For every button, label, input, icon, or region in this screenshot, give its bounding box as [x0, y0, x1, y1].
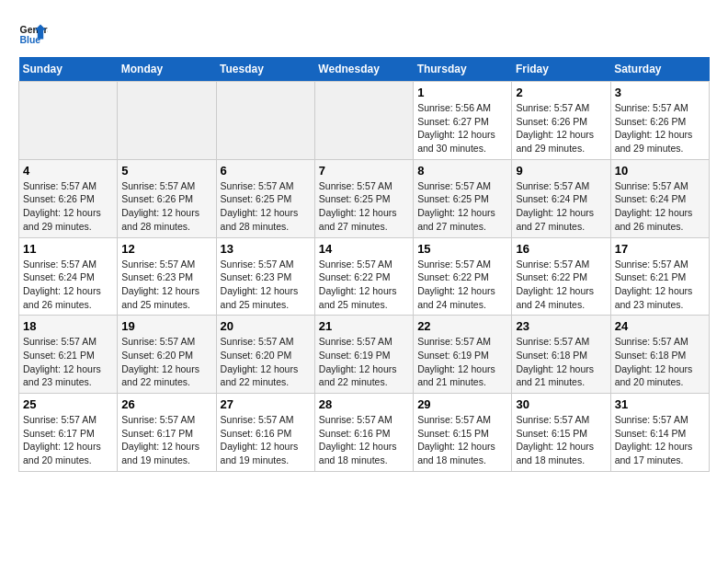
day-info: Sunrise: 5:57 AMSunset: 6:25 PMDaylight:…	[417, 179, 507, 234]
day-info: Sunrise: 5:57 AMSunset: 6:26 PMDaylight:…	[516, 101, 606, 155]
day-info: Sunrise: 5:57 AMSunset: 6:18 PMDaylight:…	[516, 335, 606, 389]
weekday-header: Thursday	[414, 57, 512, 82]
calendar-cell	[19, 82, 118, 160]
weekday-header: Tuesday	[216, 57, 314, 82]
calendar-cell: 11Sunrise: 5:57 AMSunset: 6:24 PMDayligh…	[19, 237, 118, 316]
calendar-cell: 21Sunrise: 5:57 AMSunset: 6:19 PMDayligh…	[314, 316, 413, 394]
weekday-header-row: SundayMondayTuesdayWednesdayThursdayFrid…	[19, 57, 710, 82]
logo-icon: General Blue	[18, 18, 48, 48]
calendar-cell	[314, 82, 413, 160]
day-info: Sunrise: 5:57 AMSunset: 6:26 PMDaylight:…	[23, 179, 113, 234]
day-number: 28	[319, 397, 409, 411]
day-info: Sunrise: 5:57 AMSunset: 6:17 PMDaylight:…	[23, 413, 113, 467]
day-number: 5	[121, 164, 211, 178]
day-number: 7	[319, 164, 409, 178]
day-info: Sunrise: 5:57 AMSunset: 6:21 PMDaylight:…	[615, 258, 705, 312]
day-info: Sunrise: 5:57 AMSunset: 6:15 PMDaylight:…	[417, 413, 507, 467]
calendar-cell: 27Sunrise: 5:57 AMSunset: 6:16 PMDayligh…	[216, 394, 314, 472]
calendar-cell: 19Sunrise: 5:57 AMSunset: 6:20 PMDayligh…	[118, 316, 216, 394]
day-number: 10	[615, 164, 705, 178]
weekday-header: Sunday	[19, 57, 118, 82]
day-number: 4	[23, 164, 113, 178]
calendar-cell: 12Sunrise: 5:57 AMSunset: 6:23 PMDayligh…	[118, 237, 216, 316]
day-info: Sunrise: 5:57 AMSunset: 6:24 PMDaylight:…	[615, 179, 705, 234]
day-number: 9	[516, 164, 606, 178]
calendar-cell: 26Sunrise: 5:57 AMSunset: 6:17 PMDayligh…	[118, 394, 216, 472]
day-info: Sunrise: 5:57 AMSunset: 6:24 PMDaylight:…	[23, 258, 113, 312]
calendar-cell: 3Sunrise: 5:57 AMSunset: 6:26 PMDaylight…	[610, 82, 709, 160]
calendar-cell: 25Sunrise: 5:57 AMSunset: 6:17 PMDayligh…	[19, 394, 118, 472]
calendar-week-row: 1Sunrise: 5:56 AMSunset: 6:27 PMDaylight…	[19, 82, 710, 160]
day-info: Sunrise: 5:57 AMSunset: 6:20 PMDaylight:…	[221, 335, 311, 389]
day-number: 6	[221, 164, 311, 178]
calendar-cell: 28Sunrise: 5:57 AMSunset: 6:16 PMDayligh…	[314, 394, 413, 472]
day-number: 27	[221, 397, 311, 411]
day-info: Sunrise: 5:57 AMSunset: 6:16 PMDaylight:…	[319, 413, 409, 467]
calendar-cell: 20Sunrise: 5:57 AMSunset: 6:20 PMDayligh…	[216, 316, 314, 394]
calendar-week-row: 4Sunrise: 5:57 AMSunset: 6:26 PMDaylight…	[19, 159, 710, 237]
calendar-cell: 13Sunrise: 5:57 AMSunset: 6:23 PMDayligh…	[216, 237, 314, 316]
day-info: Sunrise: 5:57 AMSunset: 6:20 PMDaylight:…	[121, 335, 211, 389]
calendar-week-row: 25Sunrise: 5:57 AMSunset: 6:17 PMDayligh…	[19, 394, 710, 472]
calendar-cell: 14Sunrise: 5:57 AMSunset: 6:22 PMDayligh…	[314, 237, 413, 316]
day-number: 22	[417, 319, 507, 333]
day-number: 24	[615, 319, 705, 333]
calendar-cell	[118, 82, 216, 160]
day-info: Sunrise: 5:57 AMSunset: 6:26 PMDaylight:…	[121, 179, 211, 234]
day-number: 20	[221, 319, 311, 333]
page-header: General Blue	[18, 18, 710, 48]
calendar-body: 1Sunrise: 5:56 AMSunset: 6:27 PMDaylight…	[19, 82, 710, 472]
day-info: Sunrise: 5:57 AMSunset: 6:25 PMDaylight:…	[319, 179, 409, 234]
day-number: 12	[121, 242, 211, 256]
day-info: Sunrise: 5:57 AMSunset: 6:22 PMDaylight:…	[417, 258, 507, 312]
calendar-cell: 23Sunrise: 5:57 AMSunset: 6:18 PMDayligh…	[512, 316, 610, 394]
day-number: 30	[516, 397, 606, 411]
calendar-week-row: 18Sunrise: 5:57 AMSunset: 6:21 PMDayligh…	[19, 316, 710, 394]
day-number: 19	[121, 319, 211, 333]
calendar-cell: 9Sunrise: 5:57 AMSunset: 6:24 PMDaylight…	[512, 159, 610, 237]
day-info: Sunrise: 5:57 AMSunset: 6:22 PMDaylight:…	[516, 258, 606, 312]
day-number: 21	[319, 319, 409, 333]
day-number: 11	[23, 242, 113, 256]
day-info: Sunrise: 5:57 AMSunset: 6:21 PMDaylight:…	[23, 335, 113, 389]
day-number: 26	[121, 397, 211, 411]
day-number: 17	[615, 242, 705, 256]
calendar-cell: 18Sunrise: 5:57 AMSunset: 6:21 PMDayligh…	[19, 316, 118, 394]
day-info: Sunrise: 5:57 AMSunset: 6:24 PMDaylight:…	[516, 179, 606, 234]
calendar-cell: 15Sunrise: 5:57 AMSunset: 6:22 PMDayligh…	[414, 237, 512, 316]
calendar-cell: 6Sunrise: 5:57 AMSunset: 6:25 PMDaylight…	[216, 159, 314, 237]
calendar-cell: 24Sunrise: 5:57 AMSunset: 6:18 PMDayligh…	[610, 316, 709, 394]
calendar-cell: 5Sunrise: 5:57 AMSunset: 6:26 PMDaylight…	[118, 159, 216, 237]
day-number: 31	[615, 397, 705, 411]
calendar-week-row: 11Sunrise: 5:57 AMSunset: 6:24 PMDayligh…	[19, 237, 710, 316]
calendar-cell: 4Sunrise: 5:57 AMSunset: 6:26 PMDaylight…	[19, 159, 118, 237]
day-info: Sunrise: 5:57 AMSunset: 6:26 PMDaylight:…	[615, 101, 705, 155]
day-number: 3	[615, 86, 705, 99]
calendar-cell: 31Sunrise: 5:57 AMSunset: 6:14 PMDayligh…	[610, 394, 709, 472]
calendar-table: SundayMondayTuesdayWednesdayThursdayFrid…	[18, 57, 710, 472]
day-number: 29	[417, 397, 507, 411]
calendar-cell	[216, 82, 314, 160]
day-info: Sunrise: 5:57 AMSunset: 6:14 PMDaylight:…	[615, 413, 705, 467]
calendar-cell: 8Sunrise: 5:57 AMSunset: 6:25 PMDaylight…	[414, 159, 512, 237]
day-info: Sunrise: 5:57 AMSunset: 6:17 PMDaylight:…	[121, 413, 211, 467]
calendar-cell: 1Sunrise: 5:56 AMSunset: 6:27 PMDaylight…	[414, 82, 512, 160]
day-number: 8	[417, 164, 507, 178]
day-info: Sunrise: 5:57 AMSunset: 6:23 PMDaylight:…	[121, 258, 211, 312]
day-number: 2	[516, 86, 606, 99]
day-number: 1	[417, 86, 507, 99]
day-number: 25	[23, 397, 113, 411]
day-number: 23	[516, 319, 606, 333]
day-info: Sunrise: 5:57 AMSunset: 6:25 PMDaylight:…	[221, 179, 311, 234]
weekday-header: Saturday	[610, 57, 709, 82]
day-info: Sunrise: 5:57 AMSunset: 6:16 PMDaylight:…	[221, 413, 311, 467]
calendar-cell: 10Sunrise: 5:57 AMSunset: 6:24 PMDayligh…	[610, 159, 709, 237]
day-info: Sunrise: 5:57 AMSunset: 6:19 PMDaylight:…	[417, 335, 507, 389]
calendar-cell: 7Sunrise: 5:57 AMSunset: 6:25 PMDaylight…	[314, 159, 413, 237]
day-info: Sunrise: 5:57 AMSunset: 6:19 PMDaylight:…	[319, 335, 409, 389]
calendar-cell: 30Sunrise: 5:57 AMSunset: 6:15 PMDayligh…	[512, 394, 610, 472]
calendar-cell: 29Sunrise: 5:57 AMSunset: 6:15 PMDayligh…	[414, 394, 512, 472]
day-number: 13	[221, 242, 311, 256]
logo: General Blue	[18, 18, 48, 48]
day-info: Sunrise: 5:57 AMSunset: 6:22 PMDaylight:…	[319, 258, 409, 312]
